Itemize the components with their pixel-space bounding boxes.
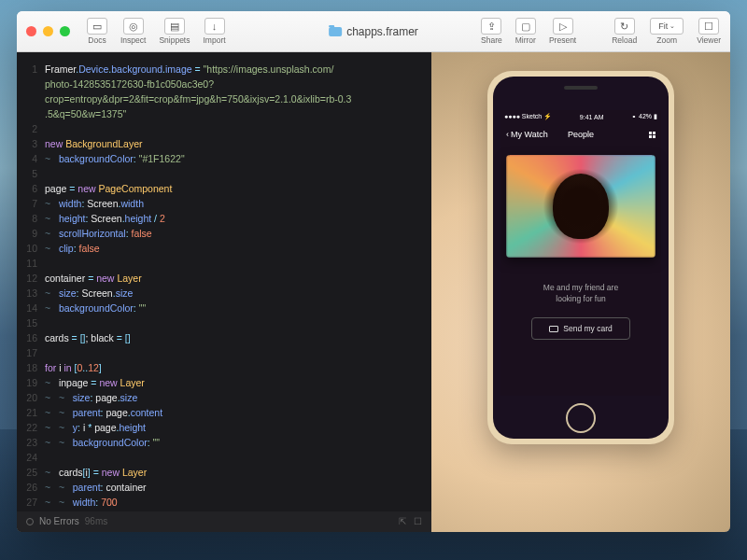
- code-line[interactable]: photo-1428535172630-fb1c050ac3e0?: [17, 77, 431, 91]
- line-number: 14: [24, 301, 45, 315]
- code-line[interactable]: 15: [17, 315, 431, 330]
- line-number: 3: [24, 136, 45, 151]
- toolbar-label: Zoom: [656, 35, 677, 45]
- card-caption: Me and my friend are looking for fun: [543, 282, 618, 304]
- ios-status-bar: ●●●● Sketch ⚡ 9:41 AM ⚬ 42% ▮: [500, 110, 661, 123]
- code-line[interactable]: 12container = new Layer: [17, 271, 431, 286]
- code-line[interactable]: 25~ cards[i] = new Layer: [17, 465, 431, 480]
- mirror-button[interactable]: ▢Mirror: [515, 18, 536, 45]
- preview-pane: ●●●● Sketch ⚡ 9:41 AM ⚬ 42% ▮ ‹ My Watch…: [431, 52, 730, 532]
- target-icon: ◎: [123, 18, 144, 35]
- play-icon: ▷: [553, 18, 573, 35]
- code-line[interactable]: 1Framer.Device.background.image = "https…: [17, 62, 431, 77]
- line-number: 15: [24, 315, 45, 330]
- code-line[interactable]: 20~ ~ size: page.size: [17, 390, 431, 405]
- share-button[interactable]: ⇪Share: [481, 18, 502, 45]
- code-line[interactable]: 22~ ~ y: i * page.height: [17, 420, 431, 435]
- line-number: 18: [24, 360, 45, 375]
- line-number: 27: [24, 495, 45, 510]
- present-button[interactable]: ▷Present: [549, 18, 576, 45]
- toolbar-label: Docs: [88, 35, 106, 45]
- code-line[interactable]: 13~ size: Screen.size: [17, 286, 431, 301]
- carrier-label: ●●●● Sketch ⚡: [504, 113, 552, 120]
- zoom-button[interactable]: Fit ⌄Zoom: [650, 18, 684, 45]
- code-editor[interactable]: 1Framer.Device.background.image = "https…: [17, 52, 431, 532]
- fold-icon[interactable]: ⇱: [399, 514, 406, 529]
- grid-icon: [649, 132, 655, 138]
- nav-title: People: [568, 130, 594, 139]
- code-line[interactable]: 7~ width: Screen.width: [17, 196, 431, 211]
- minimize-icon[interactable]: [43, 26, 53, 36]
- device-frame: ●●●● Sketch ⚡ 9:41 AM ⚬ 42% ▮ ‹ My Watch…: [487, 71, 674, 444]
- send-card-button[interactable]: Send my card: [531, 317, 629, 340]
- toolbar-label: Viewer: [697, 35, 721, 45]
- traffic-lights: [26, 26, 70, 36]
- code-line[interactable]: 2: [17, 121, 431, 136]
- time-label: 9:41 AM: [580, 114, 604, 120]
- reload-icon: ↻: [614, 18, 635, 35]
- code-line[interactable]: crop=entropy&dpr=2&fit=crop&fm=jpg&h=750…: [17, 91, 431, 106]
- app-window: ▭Docs◎Inspect▤Snippets↓Import chapps.fra…: [17, 11, 730, 532]
- code-line[interactable]: 3new BackgroundLayer: [17, 136, 431, 151]
- line-number: 6: [24, 181, 45, 196]
- line-number: 13: [24, 286, 45, 301]
- home-button[interactable]: [566, 403, 596, 433]
- status-dot-icon: [26, 518, 34, 525]
- code-line[interactable]: 16cards = []; black = []: [17, 330, 431, 345]
- code-line[interactable]: 27~ ~ width: 700: [17, 495, 431, 510]
- viewer-icon: ☐: [698, 18, 719, 35]
- grid-button[interactable]: [649, 132, 655, 138]
- line-number: 12: [24, 271, 45, 286]
- line-number: 2: [24, 121, 45, 136]
- profile-card[interactable]: [506, 155, 655, 258]
- code-line[interactable]: 5: [17, 166, 431, 181]
- speaker-icon: [564, 86, 598, 90]
- viewer-button[interactable]: ☐Viewer: [697, 18, 721, 45]
- code-line[interactable]: 19~ inpage = new Layer: [17, 375, 431, 390]
- line-number: 10: [24, 241, 45, 256]
- line-number: 1: [24, 62, 45, 77]
- code-line[interactable]: 9~ scrollHorizontal: false: [17, 226, 431, 241]
- code-line[interactable]: 14~ backgroundColor: "": [17, 301, 431, 315]
- back-button[interactable]: ‹ My Watch: [506, 130, 548, 139]
- toolbar-label: Snippets: [159, 35, 190, 45]
- download-icon: ↓: [204, 18, 225, 35]
- code-line[interactable]: 10~ clip: false: [17, 241, 431, 256]
- close-icon[interactable]: [26, 26, 36, 36]
- code-line[interactable]: 26~ ~ parent: container: [17, 480, 431, 495]
- code-line[interactable]: .5&q=50&w=1375": [17, 106, 431, 121]
- code-line[interactable]: 18for i in [0..12]: [17, 360, 431, 375]
- inspect-button[interactable]: ◎Inspect: [120, 18, 146, 45]
- docs-button[interactable]: ▭Docs: [87, 18, 107, 45]
- window-title: chapps.framer: [329, 25, 418, 38]
- code-line[interactable]: 21~ ~ parent: page.content: [17, 405, 431, 420]
- toolbar-label: Present: [549, 35, 576, 45]
- line-number: 17: [24, 345, 45, 360]
- device-screen[interactable]: ●●●● Sketch ⚡ 9:41 AM ⚬ 42% ▮ ‹ My Watch…: [500, 110, 661, 396]
- code-line[interactable]: 23~ ~ backgroundColor: "": [17, 435, 431, 450]
- zoom-icon: Fit ⌄: [650, 18, 684, 35]
- toolbar-label: Mirror: [515, 35, 536, 45]
- reload-button[interactable]: ↻Reload: [612, 18, 637, 45]
- folder-icon: [329, 27, 342, 36]
- toolbar-label: Import: [204, 35, 226, 45]
- share-icon: ⇪: [481, 18, 501, 35]
- panel-icon[interactable]: ☐: [414, 514, 422, 529]
- maximize-icon[interactable]: [60, 26, 70, 36]
- code-line[interactable]: 11: [17, 256, 431, 271]
- line-number: 26: [24, 480, 45, 495]
- snippets-button[interactable]: ▤Snippets: [159, 18, 190, 45]
- chevron-left-icon: ‹: [506, 130, 509, 139]
- mirror-icon: ▢: [515, 18, 536, 35]
- toolbar-label: Reload: [612, 35, 637, 45]
- import-button[interactable]: ↓Import: [204, 18, 226, 45]
- toolbar-label: Inspect: [120, 35, 146, 45]
- line-number: 5: [24, 166, 45, 181]
- title-text: chapps.framer: [346, 25, 418, 38]
- line-number: 8: [24, 211, 45, 226]
- code-line[interactable]: 6page = new PageComponent: [17, 181, 431, 196]
- code-line[interactable]: 24: [17, 450, 431, 465]
- code-line[interactable]: 17: [17, 345, 431, 360]
- code-line[interactable]: 4~ backgroundColor: "#1F1622": [17, 151, 431, 166]
- code-line[interactable]: 8~ height: Screen.height / 2: [17, 211, 431, 226]
